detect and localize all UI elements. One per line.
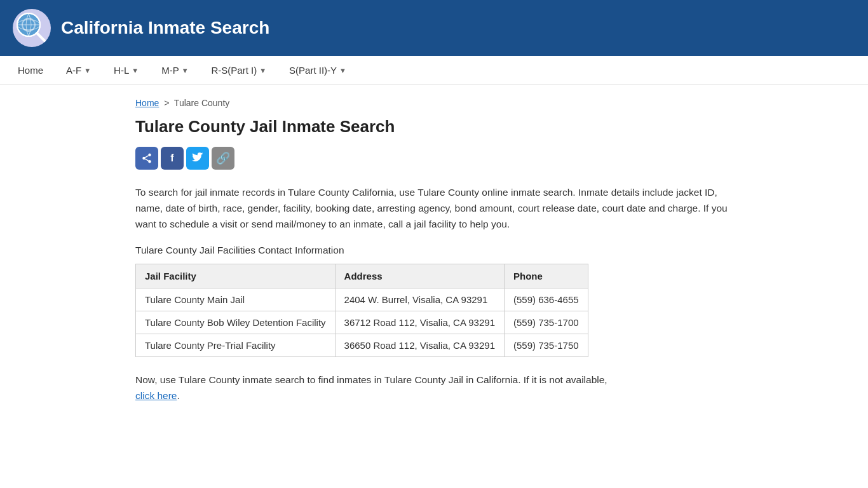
- main-content: Home > Tulare County Tulare County Jail …: [116, 85, 752, 430]
- col-address: Address: [335, 264, 504, 288]
- nav-rs-arrow: ▼: [259, 67, 266, 74]
- nav-mp-arrow: ▼: [182, 67, 189, 74]
- share-button[interactable]: [135, 147, 158, 170]
- table-row: Tulare County Pre-Trial Facility36650 Ro…: [136, 334, 588, 357]
- bottom-text: Now, use Tulare County inmate search to …: [135, 372, 733, 404]
- table-cell: Tulare County Main Jail: [136, 288, 336, 311]
- nav-home[interactable]: Home: [6, 56, 55, 85]
- click-here-link[interactable]: click here: [135, 390, 177, 401]
- svg-point-8: [148, 160, 151, 163]
- bottom-text-before: Now, use Tulare County inmate search to …: [135, 374, 607, 385]
- copy-link-button[interactable]: 🔗: [212, 147, 234, 170]
- twitter-button[interactable]: [186, 147, 209, 170]
- facilities-table: Jail Facility Address Phone Tulare Count…: [135, 264, 588, 357]
- page-title: Tulare County Jail Inmate Search: [135, 117, 733, 137]
- svg-line-10: [145, 156, 148, 158]
- table-cell: 36712 Road 112, Visalia, CA 93291: [335, 311, 504, 334]
- table-cell: Tulare County Pre-Trial Facility: [136, 334, 336, 357]
- table-cell: 2404 W. Burrel, Visalia, CA 93291: [335, 288, 504, 311]
- table-cell: (559) 735-1750: [504, 334, 588, 357]
- nav-af-arrow: ▼: [84, 67, 91, 74]
- bottom-text-period: .: [177, 390, 179, 401]
- breadcrumb: Home > Tulare County: [135, 98, 733, 108]
- table-cell: (559) 735-1700: [504, 311, 588, 334]
- site-header: California Inmate Search: [0, 0, 868, 56]
- table-row: Tulare County Bob Wiley Detention Facili…: [136, 311, 588, 334]
- facilities-section-title: Tulare County Jail Facilities Contact In…: [135, 245, 733, 256]
- description-text: To search for jail inmate records in Tul…: [135, 185, 733, 232]
- main-nav: Home A-F ▼ H-L ▼ M-P ▼ R-S(Part I) ▼ S(P…: [0, 56, 868, 85]
- site-title: California Inmate Search: [61, 18, 269, 38]
- svg-line-4: [37, 33, 45, 41]
- svg-line-9: [145, 159, 148, 161]
- svg-point-7: [142, 157, 146, 160]
- table-row: Tulare County Main Jail2404 W. Burrel, V…: [136, 288, 588, 311]
- table-cell: Tulare County Bob Wiley Detention Facili…: [136, 311, 336, 334]
- nav-hl[interactable]: H-L ▼: [102, 56, 150, 85]
- nav-s-part2-y[interactable]: S(Part II)-Y ▼: [278, 56, 358, 85]
- site-logo: [13, 9, 51, 47]
- svg-point-6: [148, 154, 151, 157]
- col-phone: Phone: [504, 264, 588, 288]
- nav-mp[interactable]: M-P ▼: [150, 56, 200, 85]
- breadcrumb-separator: >: [164, 98, 169, 108]
- breadcrumb-home-link[interactable]: Home: [135, 98, 159, 108]
- nav-rs-part1[interactable]: R-S(Part I) ▼: [200, 56, 278, 85]
- breadcrumb-current: Tulare County: [174, 98, 229, 108]
- table-cell: (559) 636-4655: [504, 288, 588, 311]
- social-share-bar: f 🔗: [135, 147, 733, 170]
- nav-hl-arrow: ▼: [132, 67, 139, 74]
- nav-af[interactable]: A-F ▼: [55, 56, 102, 85]
- col-facility: Jail Facility: [136, 264, 336, 288]
- table-cell: 36650 Road 112, Visalia, CA 93291: [335, 334, 504, 357]
- facebook-button[interactable]: f: [161, 147, 184, 170]
- nav-sy-arrow: ▼: [339, 67, 346, 74]
